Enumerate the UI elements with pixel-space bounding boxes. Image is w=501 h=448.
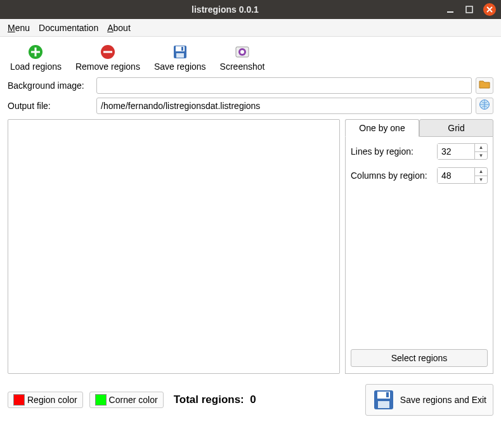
bottom-bar: Region color Corner color Total regions:…: [0, 376, 501, 423]
screenshot-button[interactable]: Screenshot: [220, 44, 265, 72]
output-file-label: Output file:: [8, 101, 93, 111]
menu-about[interactable]: About: [107, 23, 131, 33]
svg-rect-14: [386, 392, 389, 397]
svg-rect-0: [447, 11, 453, 13]
total-regions: Total regions: 0: [174, 394, 256, 406]
save-icon: [172, 44, 188, 60]
menu-documentation[interactable]: Documentation: [39, 23, 98, 33]
lines-by-region-row: Lines by region: ▲ ▼: [351, 143, 488, 160]
save-exit-label: Save regions and Exit: [400, 395, 486, 405]
columns-by-region-input[interactable]: [438, 168, 474, 183]
total-regions-value: 0: [250, 394, 256, 406]
columns-by-region-spinner[interactable]: ▲ ▼: [437, 167, 488, 184]
svg-rect-15: [378, 401, 389, 408]
lines-down-button[interactable]: ▼: [475, 152, 487, 160]
cols-up-button[interactable]: ▲: [475, 168, 487, 176]
tab-body: Lines by region: ▲ ▼ Columns by region: …: [345, 137, 493, 374]
globe-icon: [479, 99, 490, 113]
lines-by-region-spinner[interactable]: ▲ ▼: [437, 143, 488, 160]
region-color-button[interactable]: Region color: [8, 392, 83, 408]
save-regions-label: Save regions: [154, 61, 206, 72]
tab-grid[interactable]: Grid: [419, 119, 493, 137]
svg-rect-1: [466, 6, 472, 13]
save-regions-button[interactable]: Save regions: [154, 44, 206, 72]
tab-one-by-one[interactable]: One by one: [345, 119, 419, 137]
columns-by-region-row: Columns by region: ▲ ▼: [351, 167, 488, 184]
titlebar: listregions 0.0.1: [0, 0, 501, 19]
output-file-input[interactable]: [96, 98, 472, 114]
corner-color-button[interactable]: Corner color: [89, 392, 164, 408]
background-image-label: Background image:: [8, 80, 93, 91]
maximize-button[interactable]: [464, 4, 474, 15]
output-file-row: Output file:: [8, 98, 493, 114]
svg-rect-7: [176, 53, 184, 58]
cols-down-button[interactable]: ▼: [475, 176, 487, 184]
output-file-browse-button[interactable]: [476, 98, 493, 114]
corner-color-swatch: [95, 394, 107, 406]
select-regions-button[interactable]: Select regions: [351, 349, 488, 367]
menu-menu[interactable]: Menu: [8, 23, 30, 33]
save-regions-and-exit-button[interactable]: Save regions and Exit: [365, 384, 493, 416]
mid-area: One by one Grid Lines by region: ▲ ▼ Col…: [0, 117, 501, 376]
remove-regions-label: Remove regions: [75, 61, 140, 72]
side-panel: One by one Grid Lines by region: ▲ ▼ Col…: [345, 119, 493, 374]
menubar: Menu Documentation About: [0, 19, 501, 37]
lines-up-button[interactable]: ▲: [475, 144, 487, 152]
region-color-label: Region color: [27, 395, 77, 405]
screenshot-icon: [234, 44, 251, 60]
tabs: One by one Grid: [345, 119, 493, 137]
remove-regions-button[interactable]: Remove regions: [75, 44, 140, 72]
menu-about-rest: bout: [114, 23, 131, 33]
lines-by-region-input[interactable]: [438, 144, 474, 159]
canvas-panel[interactable]: [8, 119, 340, 374]
form-area: Background image: Output file:: [0, 75, 501, 117]
plus-icon: [27, 44, 44, 60]
load-regions-label: Load regions: [10, 61, 62, 72]
region-color-swatch: [13, 394, 25, 406]
save-icon: [372, 388, 395, 411]
corner-color-label: Corner color: [109, 395, 158, 405]
total-regions-label: Total regions:: [174, 394, 244, 406]
svg-point-10: [240, 50, 244, 54]
folder-icon: [479, 79, 490, 92]
minus-icon: [100, 44, 116, 60]
close-button[interactable]: [483, 3, 496, 16]
background-image-row: Background image:: [8, 77, 493, 94]
minimize-button[interactable]: [445, 4, 455, 15]
load-regions-button[interactable]: Load regions: [10, 44, 62, 72]
screenshot-label: Screenshot: [220, 61, 265, 72]
background-image-browse-button[interactable]: [476, 77, 493, 94]
menu-menu-rest: enu: [15, 23, 30, 33]
lines-by-region-label: Lines by region:: [351, 146, 413, 157]
toolbar: Load regions Remove regions Save regions…: [0, 37, 501, 75]
columns-by-region-label: Columns by region:: [351, 170, 427, 181]
window-title: listregions 0.0.1: [5, 4, 445, 15]
svg-rect-6: [181, 47, 183, 51]
background-image-input[interactable]: [96, 77, 472, 94]
